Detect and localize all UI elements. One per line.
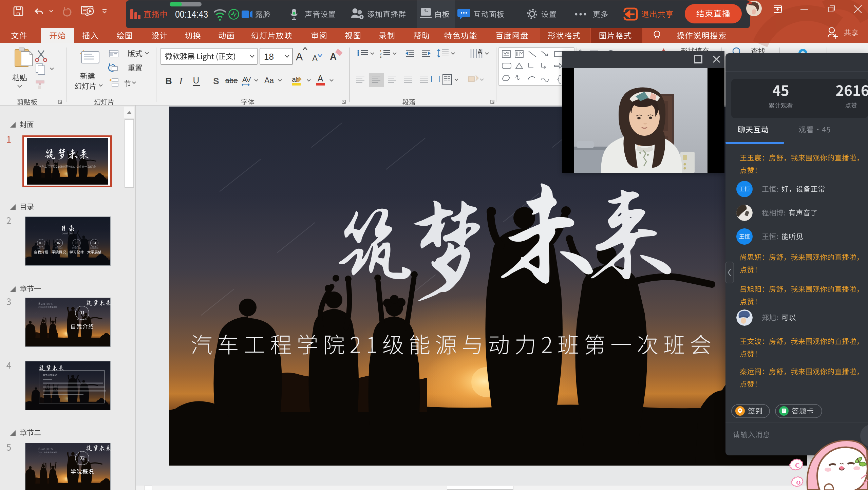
svg-text:O: O	[796, 479, 800, 486]
svg-text:C: C	[795, 462, 799, 469]
